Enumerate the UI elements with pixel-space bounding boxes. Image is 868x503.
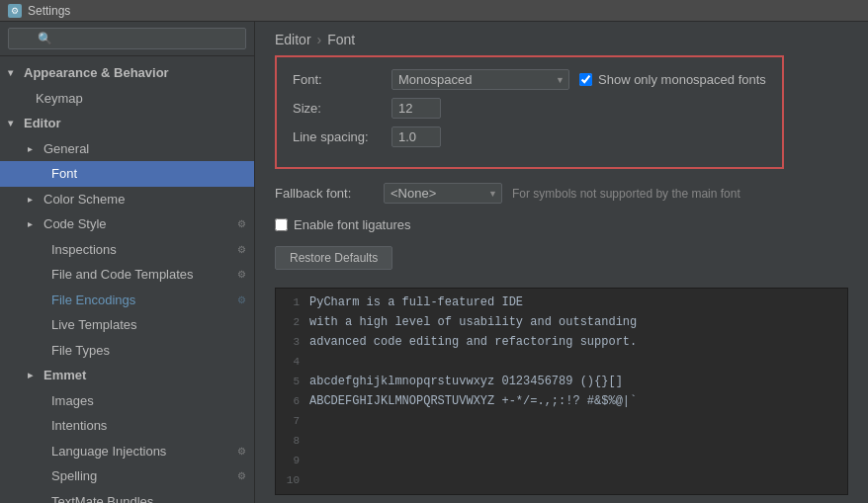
breadcrumb: Editor › Font (255, 22, 868, 55)
font-select-wrap: Monospaced Consolas Courier New (391, 69, 569, 90)
sidebar-item-keymap[interactable]: Keymap (0, 86, 254, 112)
line-number: 7 (280, 415, 300, 427)
line-number: 4 (280, 356, 300, 368)
tree-arrow-general: ▸ (28, 141, 40, 156)
search-wrap (8, 28, 246, 49)
sidebar-item-appearance[interactable]: ▾Appearance & Behavior (0, 60, 254, 86)
sidebar-item-badge-languageinjections: ⚙ (237, 444, 246, 459)
sidebar-item-general[interactable]: ▸General (0, 136, 254, 162)
sidebar-item-images[interactable]: Images (0, 388, 254, 414)
sidebar-item-font[interactable]: Font (0, 161, 254, 187)
title-bar: ⚙ Settings (0, 0, 868, 22)
sidebar-item-label-appearance: Appearance & Behavior (24, 63, 169, 83)
sidebar-item-emmet[interactable]: ▸Emmet (0, 363, 254, 388)
breadcrumb-current: Font (327, 32, 355, 47)
line-spacing-input[interactable] (391, 126, 441, 147)
line-code: advanced code editing and refactoring su… (309, 335, 637, 349)
sidebar-item-filecodetemplates[interactable]: File and Code Templates⚙ (0, 262, 254, 288)
sidebar-item-fileencodings[interactable]: File Encodings⚙ (0, 288, 254, 313)
sidebar-item-badge-spelling: ⚙ (237, 468, 246, 483)
fallback-label: Fallback font: (275, 186, 374, 201)
line-number: 9 (280, 455, 300, 466)
preview-area: 1PyCharm is a full-featured IDE2with a h… (275, 288, 848, 495)
restore-defaults-button[interactable]: Restore Defaults (275, 246, 392, 270)
sidebar-item-label-inspections: Inspections (51, 240, 117, 260)
monospace-checkbox[interactable] (579, 73, 592, 86)
sidebar-item-editor[interactable]: ▾Editor (0, 111, 254, 136)
line-number: 3 (280, 336, 300, 348)
app-icon: ⚙ (8, 4, 22, 18)
line-number: 8 (280, 435, 300, 447)
sidebar-item-label-languageinjections: Language Injections (51, 442, 166, 461)
fallback-select-wrap: <None> (384, 183, 502, 204)
preview-line: 9 (276, 451, 847, 470)
preview-line: 2with a high level of usability and outs… (276, 312, 847, 332)
title-bar-text: Settings (28, 4, 70, 18)
sidebar-item-label-filetypes: File Types (51, 341, 110, 361)
font-select[interactable]: Monospaced Consolas Courier New (391, 69, 569, 90)
line-number: 10 (280, 474, 300, 486)
sidebar-item-badge-fileencodings: ⚙ (237, 293, 246, 307)
preview-line: 5abcdefghijklmnopqrstuvwxyz 0123456789 (… (276, 372, 847, 391)
tree-arrow-colorscheme: ▸ (28, 192, 40, 207)
breadcrumb-separator: › (317, 32, 322, 47)
fallback-row: Fallback font: <None> For symbols not su… (275, 183, 848, 204)
sidebar-item-spelling[interactable]: Spelling⚙ (0, 463, 254, 489)
line-number: 1 (280, 296, 300, 308)
sidebar-item-label-general: General (43, 139, 89, 159)
sidebar-item-badge-codestyle: ⚙ (237, 216, 246, 231)
preview-line: 7 (276, 411, 847, 431)
monospace-checkbox-label: Show only monospaced fonts (598, 72, 766, 87)
sidebar-item-codestyle[interactable]: ▸Code Style⚙ (0, 211, 254, 237)
size-row: Size: (293, 98, 766, 119)
sidebar-item-label-intentions: Intentions (51, 416, 107, 436)
sidebar-item-textmatebundles[interactable]: TextMate Bundles (0, 489, 254, 504)
sidebar-item-livetemplates[interactable]: Live Templates (0, 312, 254, 338)
fallback-hint: For symbols not supported by the main fo… (512, 187, 740, 201)
line-code: with a high level of usability and outst… (309, 315, 637, 329)
tree-arrow-appearance: ▾ (8, 65, 20, 80)
sidebar-item-label-images: Images (51, 391, 94, 411)
preview-line: 4 (276, 352, 847, 372)
sidebar-item-label-livetemplates: Live Templates (51, 315, 136, 335)
monospace-checkbox-row: Show only monospaced fonts (579, 72, 766, 87)
size-input[interactable] (391, 98, 441, 119)
line-code: PyCharm is a full-featured IDE (309, 295, 523, 309)
sidebar-item-label-codestyle: Code Style (43, 214, 107, 234)
preview-line: 10 (276, 470, 847, 490)
search-box (0, 22, 254, 56)
tree-arrow-codestyle: ▸ (28, 216, 40, 231)
sidebar-item-label-editor: Editor (24, 114, 61, 133)
content-panel: Editor › Font Font: Monospaced Consolas … (255, 22, 868, 503)
sidebar-item-colorscheme[interactable]: ▸Color Scheme (0, 187, 254, 212)
font-config-box: Font: Monospaced Consolas Courier New Sh… (275, 55, 784, 169)
tree-arrow-emmet: ▸ (28, 368, 40, 382)
font-row: Font: Monospaced Consolas Courier New Sh… (293, 69, 766, 90)
line-number: 6 (280, 395, 300, 407)
font-label: Font: (293, 72, 391, 87)
sidebar-item-label-colorscheme: Color Scheme (43, 190, 125, 210)
main-layout: ▾Appearance & BehaviorKeymap▾Editor▸Gene… (0, 22, 868, 503)
ligatures-row: Enable font ligatures (275, 217, 848, 232)
line-code: ABCDEFGHIJKLMNOPQRSTUVWXYZ +-*/=.,;:!? #… (309, 394, 637, 408)
tree-arrow-editor: ▾ (8, 116, 20, 130)
ligatures-checkbox[interactable] (275, 218, 288, 231)
sidebar-item-inspections[interactable]: Inspections⚙ (0, 237, 254, 263)
fallback-select[interactable]: <None> (384, 183, 502, 204)
sidebar-item-filetypes[interactable]: File Types (0, 338, 254, 364)
preview-line: 8 (276, 431, 847, 451)
size-label: Size: (293, 101, 391, 116)
line-spacing-row: Line spacing: (293, 126, 766, 147)
sidebar-item-languageinjections[interactable]: Language Injections⚙ (0, 439, 254, 464)
line-number: 5 (280, 376, 300, 387)
sidebar-item-badge-inspections: ⚙ (237, 242, 246, 257)
tree: ▾Appearance & BehaviorKeymap▾Editor▸Gene… (0, 56, 254, 503)
sidebar-item-label-textmatebundles: TextMate Bundles (51, 492, 153, 504)
line-number: 2 (280, 316, 300, 328)
sidebar: ▾Appearance & BehaviorKeymap▾Editor▸Gene… (0, 22, 255, 503)
sidebar-item-label-fileencodings: File Encodings (51, 291, 135, 310)
sidebar-item-label-emmet: Emmet (43, 366, 86, 385)
preview-line: 3advanced code editing and refactoring s… (276, 332, 847, 352)
sidebar-item-intentions[interactable]: Intentions (0, 413, 254, 439)
search-input[interactable] (8, 28, 246, 49)
